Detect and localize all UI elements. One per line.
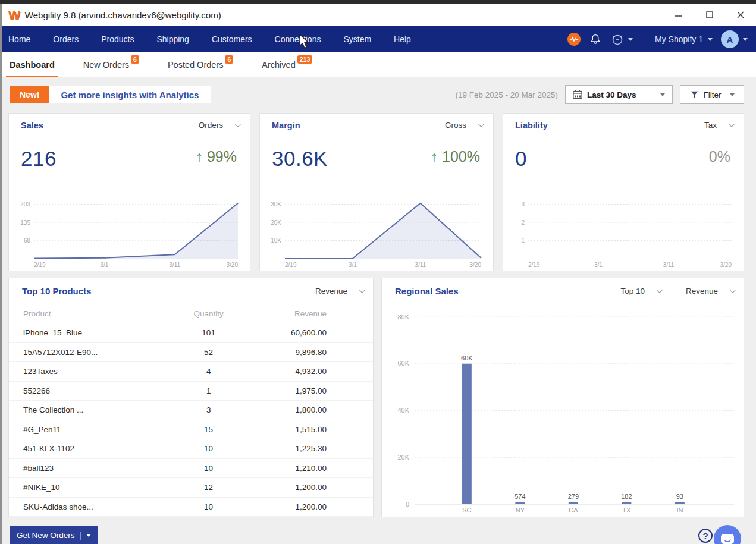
minimize-icon xyxy=(675,11,682,18)
table-row[interactable]: #ball123 10 1,210.00 xyxy=(9,459,373,479)
close-button[interactable] xyxy=(725,4,756,26)
up-arrow-icon: ↑ xyxy=(196,148,203,165)
svg-text:30K: 30K xyxy=(271,201,281,207)
sales-delta: ↑ 99% xyxy=(196,148,237,165)
minimize-button[interactable] xyxy=(663,4,694,26)
scheduler-control[interactable] xyxy=(610,32,633,46)
table-row[interactable]: The Collection ... 3 1,800.00 xyxy=(9,401,373,420)
tab-new-orders[interactable]: New Orders 6 xyxy=(80,52,143,77)
svg-text:182: 182 xyxy=(621,493,632,500)
revenue-cell: 1,200.00 xyxy=(240,502,373,511)
chevron-down-icon xyxy=(657,287,663,293)
margin-card: Margin Gross 30.6K ↑ 100% 10K20K30K2/193… xyxy=(259,113,494,271)
revenue-cell: 1,225.30 xyxy=(240,444,373,453)
help-button[interactable]: ? xyxy=(698,529,713,543)
svg-text:60K: 60K xyxy=(397,360,409,367)
webgility-logo-icon: W xyxy=(8,9,19,21)
product-name-cell: 123Taxes xyxy=(23,367,177,376)
pulse-icon[interactable] xyxy=(567,33,581,46)
product-name-cell: SKU-Adidas shoe... xyxy=(23,502,177,511)
nav-item-shipping[interactable]: Shipping xyxy=(156,34,189,44)
get-new-orders-button[interactable]: Get New Orders | xyxy=(10,526,98,544)
revenue-cell: 1,210.00 xyxy=(240,464,373,473)
svg-text:20K: 20K xyxy=(397,454,409,461)
main-nav: Home Orders Products Shipping Customers … xyxy=(0,26,756,52)
liability-trend-chart: 1232/193/13/113/20 xyxy=(509,183,738,269)
table-row[interactable]: 15A5712X012-E90... 52 9,896.80 xyxy=(9,343,373,363)
nav-item-home[interactable]: Home xyxy=(8,34,30,44)
tab-bar: Dashboard New Orders 6 Posted Orders 6 A… xyxy=(0,52,756,77)
table-row[interactable]: #G_Pen11 15 1,515.00 xyxy=(9,420,373,440)
quantity-cell: 10 xyxy=(177,464,240,473)
chevron-down-icon xyxy=(730,93,735,96)
revenue-cell: 1,975.00 xyxy=(240,386,373,395)
quantity-cell: 10 xyxy=(177,444,240,453)
dropdown-value: Orders xyxy=(199,121,223,130)
svg-text:CA: CA xyxy=(569,507,578,514)
svg-text:40K: 40K xyxy=(397,407,409,414)
revenue-cell: 1,200.00 xyxy=(240,483,373,492)
svg-text:3/20: 3/20 xyxy=(720,262,732,268)
analytics-banner[interactable]: New! Get more insights with Analytics xyxy=(10,86,211,103)
svg-text:574: 574 xyxy=(515,493,525,500)
tab-posted-orders[interactable]: Posted Orders 6 xyxy=(164,52,237,77)
card-title: Sales xyxy=(21,121,43,130)
chevron-down-icon xyxy=(235,121,241,127)
svg-text:68: 68 xyxy=(24,237,31,244)
svg-text:3: 3 xyxy=(521,201,525,207)
table-row[interactable]: SKU-Adidas shoe... 10 1,200.00 xyxy=(9,498,373,517)
nav-item-help[interactable]: Help xyxy=(394,34,411,44)
product-name-cell: 552266 xyxy=(23,386,177,395)
svg-text:2/19: 2/19 xyxy=(34,262,46,268)
period-selector-button[interactable]: Last 30 Days xyxy=(565,85,673,104)
table-row[interactable]: 552266 1 1,975.00 xyxy=(9,382,373,401)
divider xyxy=(644,33,644,46)
store-selector[interactable]: My Shopify 1 xyxy=(655,34,713,44)
window-top-edge xyxy=(0,0,756,4)
nav-item-products[interactable]: Products xyxy=(101,34,134,44)
calendar-icon xyxy=(573,90,582,99)
svg-text:20K: 20K xyxy=(271,219,281,226)
notifications-bell-icon[interactable] xyxy=(589,33,602,46)
table-header-row: Product Quantity Revenue xyxy=(9,304,373,323)
tab-archived[interactable]: Archived 213 xyxy=(258,52,316,77)
tab-dashboard[interactable]: Dashboard xyxy=(6,52,58,77)
liability-metric-dropdown[interactable]: Tax xyxy=(704,121,733,130)
margin-trend-chart: 10K20K30K2/193/13/113/20 xyxy=(266,183,487,269)
account-menu[interactable]: A xyxy=(721,30,748,48)
chevron-down-icon xyxy=(729,121,735,127)
sales-metric-dropdown[interactable]: Orders xyxy=(199,121,239,130)
nav-item-customers[interactable]: Customers xyxy=(212,34,252,44)
svg-text:203: 203 xyxy=(20,201,30,207)
svg-text:60K: 60K xyxy=(461,354,473,361)
svg-text:3/11: 3/11 xyxy=(169,262,180,268)
quantity-cell: 52 xyxy=(177,348,240,357)
products-table-body: iPhone_15_Blue 101 60,600.00 15A5712X012… xyxy=(9,323,373,517)
revenue-cell: 1,515.00 xyxy=(240,425,373,434)
table-row[interactable]: 451-KLX-1102 10 1,225.30 xyxy=(9,439,373,459)
dropdown-value: Top 10 xyxy=(620,287,645,295)
table-row[interactable]: #NIKE_10 12 1,200.00 xyxy=(9,478,373,498)
table-row[interactable]: iPhone_15_Blue 101 60,600.00 xyxy=(9,323,373,343)
nav-item-orders[interactable]: Orders xyxy=(53,34,79,44)
up-arrow-icon: ↑ xyxy=(431,148,438,165)
revenue-cell: 1,800.00 xyxy=(240,405,373,414)
chevron-down-icon xyxy=(660,93,665,96)
button-divider: | xyxy=(80,530,82,540)
maximize-button[interactable] xyxy=(694,4,725,26)
analytics-banner-text: Get more insights with Analytics xyxy=(49,86,211,103)
margin-metric-dropdown[interactable]: Gross xyxy=(445,121,482,130)
quantity-cell: 15 xyxy=(177,425,240,434)
regional-metric-dropdown[interactable]: Revenue xyxy=(686,287,734,295)
products-metric-dropdown[interactable]: Revenue xyxy=(315,287,363,295)
regional-sales-chart: 020K40K60K80K60KSC574NY279CA182TX93IN xyxy=(382,304,744,515)
table-row[interactable]: 123Taxes 4 4,932.00 xyxy=(9,362,373,382)
svg-text:IN: IN xyxy=(676,507,683,514)
nav-item-connections[interactable]: Connections xyxy=(275,34,321,44)
nav-item-system[interactable]: System xyxy=(343,34,371,44)
regional-scope-dropdown[interactable]: Top 10 xyxy=(620,287,661,295)
sales-value: 216 xyxy=(21,148,57,169)
revenue-cell: 60,600.00 xyxy=(240,328,373,337)
svg-text:3/1: 3/1 xyxy=(594,262,603,268)
filter-button[interactable]: Filter xyxy=(680,85,744,104)
